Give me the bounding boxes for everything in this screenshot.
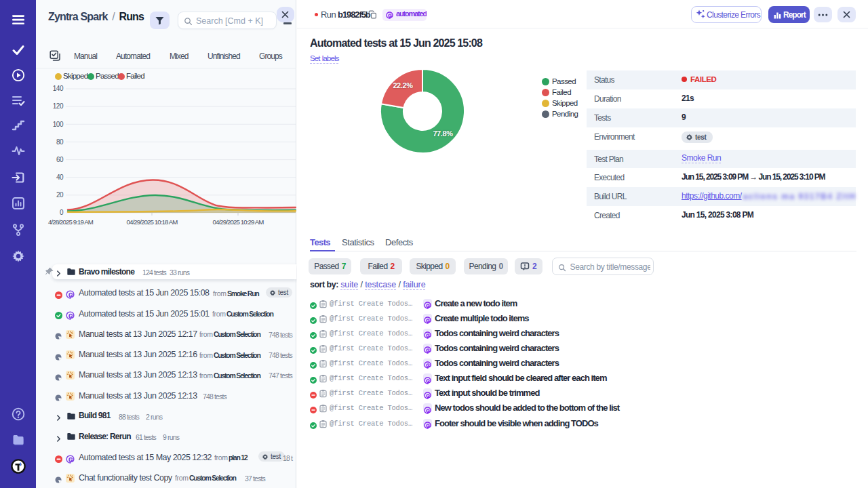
svg-text:140: 140: [53, 85, 64, 92]
svg-text:0: 0: [60, 209, 64, 216]
svg-text:120: 120: [53, 102, 64, 110]
svg-text:04/29/2025 10:18 AM: 04/29/2025 10:18 AM: [126, 218, 178, 226]
svg-text:80: 80: [56, 138, 64, 146]
svg-text:40: 40: [56, 174, 64, 181]
svg-text:60: 60: [56, 156, 64, 163]
svg-text:20: 20: [56, 191, 64, 199]
svg-text:4/28/2025 9:19 AM: 4/28/2025 9:19 AM: [48, 218, 94, 226]
svg-text:100: 100: [53, 121, 64, 128]
svg-text:04/29/2025 10:29 AM: 04/29/2025 10:29 AM: [212, 218, 264, 226]
